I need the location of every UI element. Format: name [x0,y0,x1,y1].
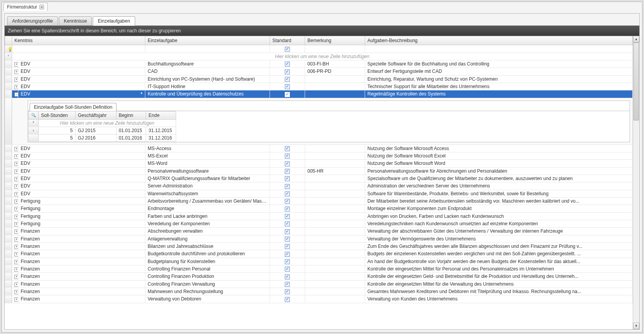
cell-standard[interactable] [270,273,305,280]
checkbox-icon[interactable] [285,282,290,287]
scroll-up-button[interactable]: ▲ [633,36,639,42]
expand-icon[interactable]: + [14,177,18,181]
checkbox-icon[interactable] [285,199,290,204]
table-row[interactable]: +EDVIT-Support HotlineTechnischer Suppor… [5,83,633,90]
filter-bemerkung[interactable] [305,45,365,53]
checkbox-icon[interactable] [285,244,290,249]
expand-icon[interactable]: + [14,245,18,249]
expand-cell[interactable]: + [12,250,18,258]
expand-icon[interactable]: + [14,267,18,272]
cell-standard[interactable] [270,265,305,272]
expand-icon[interactable]: + [14,162,18,166]
expand-icon[interactable]: + [14,283,18,287]
checkbox-icon[interactable] [285,191,290,196]
checkbox-icon[interactable] [285,259,290,264]
checkbox-icon[interactable] [285,207,290,212]
checkbox-icon[interactable] [285,161,290,166]
table-row[interactable]: +EDVBuchhaltungssoftware003-FI-BHSpeziel… [5,60,633,68]
expand-icon[interactable]: + [14,237,18,242]
window-tab[interactable]: Firmenstruktur ✕ [4,3,48,11]
expand-cell[interactable]: + [12,175,18,182]
checkbox-icon[interactable] [285,252,290,257]
checkbox-icon[interactable] [285,154,290,159]
cell-standard[interactable] [270,205,305,212]
detail-search-icon[interactable]: 🔍 [28,111,39,119]
table-row[interactable]: +FinanzenVerwaltung von DebitorenVerwalt… [5,295,633,303]
checkbox-icon[interactable] [285,237,290,242]
checkbox-icon[interactable] [285,77,290,82]
cell-standard[interactable] [270,250,305,258]
table-row[interactable]: +FinanzenControlling Finanzen Produktion… [5,273,633,280]
expand-cell[interactable]: + [12,228,18,235]
cell-standard[interactable] [270,280,305,288]
close-icon[interactable]: ✕ [39,5,44,9]
expand-cell[interactable]: + [12,160,18,167]
expand-cell[interactable]: + [12,220,18,227]
cell-standard[interactable] [270,295,305,303]
collapse-icon[interactable]: − [14,92,18,97]
cell-standard[interactable] [270,83,305,90]
table-row[interactable]: +FertigungArbeitsvorbereitung / Zusammen… [5,197,633,205]
checkbox-icon[interactable] [285,47,290,52]
table-row[interactable]: +FinanzenBudgetplanung für Kostenstellen… [5,258,633,265]
cell-standard[interactable] [270,68,305,75]
cell-standard[interactable] [270,182,305,190]
table-row[interactable]: +EDVCAD006-PR-PDEntwurf der Fertigungste… [5,68,633,75]
col-header-einzelaufgabe[interactable]: Einzelaufgabe [145,36,270,45]
expand-icon[interactable]: + [14,170,18,174]
expand-cell[interactable]: + [12,273,18,280]
col-header-bemerkung[interactable]: Bemerkung [305,36,365,45]
cell-standard[interactable] [270,60,305,68]
detail-data-row[interactable]: 5GJ 201601.01.201631.12.2016 [28,134,176,141]
scroll-track[interactable] [633,42,639,323]
col-header-beschreibung[interactable]: Aufgaben-Beschreibung [365,36,633,45]
cell-standard[interactable] [270,175,305,182]
checkbox-icon[interactable] [285,221,290,226]
tab-einzelaufgaben[interactable]: Einzelaufgaben [93,16,135,26]
expand-icon[interactable]: + [14,215,18,219]
table-row[interactable]: +FinanzenAbschreibungen verwaltenVerwalt… [5,228,633,235]
expand-icon[interactable]: + [14,260,18,264]
table-row[interactable]: +FinanzenBudgetkontrolle durchführen und… [5,250,633,258]
tab-kenntnisse[interactable]: Kenntnisse [59,16,92,26]
col-header-beginn[interactable]: Beginn [116,111,146,119]
expand-icon[interactable]: + [14,222,18,226]
expand-cell[interactable]: + [12,145,18,152]
filter-kenntnis[interactable] [12,45,145,53]
cell-standard[interactable] [270,160,305,167]
expand-icon[interactable]: + [14,70,18,74]
checkbox-icon[interactable] [285,274,290,279]
table-row[interactable]: +EDVMS-WordNutzung der Software Microsof… [5,160,633,167]
expand-cell[interactable]: + [12,242,18,250]
detail-new-row[interactable]: *Hier klicken um eine neue Zeile hinzuzu… [28,119,176,127]
table-row[interactable]: +FinanzenBilanzen und JahresabschlüsseZu… [5,242,633,250]
checkbox-icon[interactable] [285,62,290,67]
checkbox-icon[interactable] [285,289,290,294]
col-header-ende[interactable]: Ende [146,111,176,119]
checkbox-icon[interactable] [285,146,290,151]
table-row[interactable]: +FinanzenMahnwesen und Rechnungsstellung… [5,288,633,295]
expand-cell[interactable]: + [12,68,18,75]
expand-cell[interactable]: + [12,280,18,288]
table-row[interactable]: ›−EDV▾Kontrolle und Überprüfung des Date… [5,90,633,98]
expand-icon[interactable]: + [14,297,18,302]
expand-cell[interactable]: + [12,288,18,295]
chevron-down-icon[interactable]: ▾ [141,91,143,95]
checkbox-icon[interactable] [285,267,290,272]
filter-icon[interactable]: 💡 [7,46,12,52]
cell-standard[interactable] [270,75,305,83]
expand-cell[interactable]: + [12,295,18,303]
expand-icon[interactable]: + [14,154,18,159]
table-row[interactable]: +EDVMS-ExcelNutzung der Software Microso… [5,152,633,159]
table-row[interactable]: +EDVMS-AccessNutzung der Software Micros… [5,145,633,152]
table-row[interactable]: +FinanzenControlling Finanzen PersonalKo… [5,265,633,272]
expand-cell[interactable]: − [12,90,18,98]
expand-icon[interactable]: + [14,207,18,211]
expand-cell[interactable]: + [12,182,18,190]
col-header-standard[interactable]: Standard [270,36,305,45]
expand-icon[interactable]: + [14,147,18,151]
filter-standard[interactable] [270,45,305,53]
checkbox-icon[interactable] [285,297,290,302]
expand-cell[interactable]: + [12,235,18,242]
expand-cell[interactable]: + [12,167,18,175]
